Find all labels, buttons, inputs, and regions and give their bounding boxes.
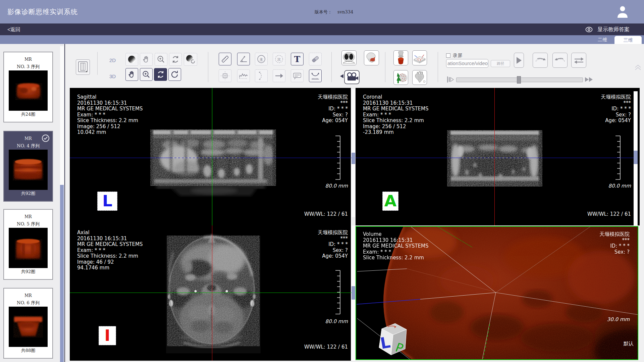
arc-button[interactable]: [255, 69, 268, 82]
axial-crosshair-vertical: [212, 225, 212, 361]
rotate-button[interactable]: [169, 53, 182, 66]
series-card-3[interactable]: MR NO. 3 序列 共24图: [3, 52, 53, 122]
series-image-count: 共24图: [4, 111, 52, 117]
sagittal-orientation-marker: L: [97, 192, 117, 211]
coronal-orientation-marker: A: [382, 192, 398, 211]
text-tool-button[interactable]: T: [291, 53, 304, 65]
panel-divider: [64, 44, 65, 362]
roi-box-button[interactable]: [219, 69, 231, 82]
sidebar-scrollbar-thumb[interactable]: [60, 185, 64, 362]
app-header: 影像诊断思维实训系统 版本号：svn334: [0, 0, 644, 23]
series-image-count: 共88图: [4, 348, 52, 354]
eraser-button[interactable]: [309, 53, 322, 65]
eye-icon[interactable]: [585, 27, 593, 33]
marker-secondary-button[interactable]: 次: [273, 53, 285, 65]
viewport-axial[interactable]: Axial 20161130 16:15:31 MR GE MEDICAL SY…: [70, 225, 351, 361]
step-play-icon[interactable]: [447, 76, 455, 83]
sagittal-info: Sagittal 20161130 16:15:31 MR GE MEDICAL…: [77, 94, 143, 136]
record-path-button[interactable]: 路径: [491, 60, 510, 67]
ruler-button[interactable]: [219, 53, 231, 65]
knee-joint-button[interactable]: [393, 50, 408, 65]
svg-text:主: 主: [260, 57, 263, 61]
toolbar-separator: [208, 52, 208, 82]
fast-forward-icon[interactable]: [584, 76, 594, 83]
viewport-sagittal[interactable]: Sagittal 20161130 16:15:31 MR GE MEDICAL…: [70, 88, 351, 225]
toolbar-separator: [438, 52, 438, 82]
arrow-button[interactable]: [273, 69, 285, 82]
version-label: 版本号：: [315, 9, 332, 14]
window-reset-button[interactable]: [184, 53, 197, 66]
collapse-icon[interactable]: [634, 64, 642, 71]
version-value: svn334: [337, 9, 353, 14]
sagittal-slice-thumb[interactable]: [352, 153, 355, 164]
rotate-cw-button[interactable]: [533, 53, 548, 68]
back-button[interactable]: <返回: [7, 27, 20, 33]
app-title: 影像诊断思维实训系统: [7, 7, 78, 16]
pan-hand-button[interactable]: [140, 53, 153, 66]
ct-axial-view-button[interactable]: [341, 50, 357, 65]
series-thumbnail: [9, 70, 48, 111]
series-modality: MR: [4, 57, 52, 62]
video-export-button[interactable]: [344, 70, 360, 84]
series-card-6[interactable]: MR NO. 6 序列 共88图: [3, 288, 53, 359]
angle-button[interactable]: [237, 53, 250, 65]
coronal-window-level: WW/WL: 122 / 61: [557, 211, 631, 217]
series-name: NO. 3 序列: [4, 64, 52, 70]
window-sphere-button[interactable]: [125, 53, 138, 66]
layout-button[interactable]: [76, 59, 90, 75]
skull-3d-view-button[interactable]: [364, 50, 379, 65]
version-info: 版本号：svn334: [315, 9, 353, 15]
axial-info: Axial 20161130 16:15:31 MR GE MEDICAL SY…: [77, 230, 143, 271]
heart-3d-button[interactable]: D: [412, 70, 427, 85]
coronal-slice-thumb[interactable]: [634, 151, 638, 164]
viewport-coronal[interactable]: Coronal 20161130 16:15:31 MR GE MEDICAL …: [356, 88, 640, 225]
zoom-in-button[interactable]: [155, 53, 167, 66]
series-image-count: 共92图: [4, 269, 52, 275]
viewport-volume[interactable]: L P Volume 20161130 16:15:31 MR GE MEDIC…: [356, 226, 638, 360]
spline-ruler-button[interactable]: [309, 69, 322, 82]
comment-button[interactable]: [291, 69, 304, 82]
axial-patient-info: 天堰模拟医院 *** ID: * * * Sex: ? Age: 054Y: [274, 230, 348, 259]
slab-3d-button[interactable]: [412, 50, 427, 65]
zoom-in-3d-button[interactable]: [140, 68, 153, 81]
show-teacher-answer-button[interactable]: 显示教师答案: [597, 26, 630, 33]
series-name: NO. 4 序列: [4, 143, 52, 149]
coronal-patient-info: 天堰模拟医院 *** ID: * * * Sex: ? Age: 054Y: [557, 94, 631, 124]
series-card-4-selected[interactable]: MR NO. 4 序列 共92图: [3, 131, 53, 202]
svg-text:次: 次: [277, 57, 281, 61]
curve-stats-button[interactable]: [237, 69, 250, 82]
toolbar-separator: [385, 52, 385, 82]
coronal-scale-label: 80.0 mm: [577, 183, 631, 189]
marker-primary-button[interactable]: 主: [255, 53, 268, 65]
record-path-input[interactable]: ationSource/video: [446, 59, 488, 68]
sagittal-crosshair-vertical: [212, 88, 212, 225]
series-modality: MR: [4, 136, 52, 141]
sagittal-window-level: WW/WL: 122 / 61: [274, 211, 348, 217]
axial-orientation-marker: I: [99, 326, 116, 345]
series-card-5[interactable]: MR NO. 5 序列 共92图: [3, 209, 53, 280]
pan-hand-3d-button[interactable]: [125, 68, 138, 81]
user-icon[interactable]: [616, 5, 629, 18]
series-name: NO. 6 序列: [4, 300, 52, 306]
tab-3d[interactable]: 三维: [614, 36, 642, 44]
series-sidebar: MR NO. 3 序列 共24图 MR NO. 4 序列: [0, 44, 65, 362]
reset-3d-button[interactable]: [168, 68, 181, 81]
swap-button[interactable]: [571, 53, 586, 68]
seed-grow-button[interactable]: [393, 70, 408, 85]
series-modality: MR: [4, 214, 52, 219]
record-checkbox[interactable]: [446, 53, 450, 58]
sagittal-patient-info: 天堰模拟医院 *** ID: * * * Sex: ? Age: 054Y: [274, 94, 348, 124]
mode-2d-label: 2D: [109, 57, 116, 63]
axial-slice-thumb[interactable]: [352, 286, 355, 300]
volume-scale-label: 30.0 mm: [576, 317, 630, 323]
mode-3d-label: 3D: [109, 73, 116, 79]
play-button[interactable]: [514, 53, 524, 68]
rotate-3d-button[interactable]: [154, 68, 167, 81]
cine-slider-thumb[interactable]: [517, 76, 521, 84]
volume-patient-info: 天堰模拟医院 *** ID: * * * Sex: ?: [556, 231, 630, 255]
series-modality: MR: [4, 293, 52, 298]
series-image-count: 共92图: [4, 191, 52, 197]
volume-default-label[interactable]: 默认: [593, 341, 634, 347]
rotate-ccw-button[interactable]: [552, 53, 568, 68]
tab-2d[interactable]: 二维: [598, 37, 607, 43]
